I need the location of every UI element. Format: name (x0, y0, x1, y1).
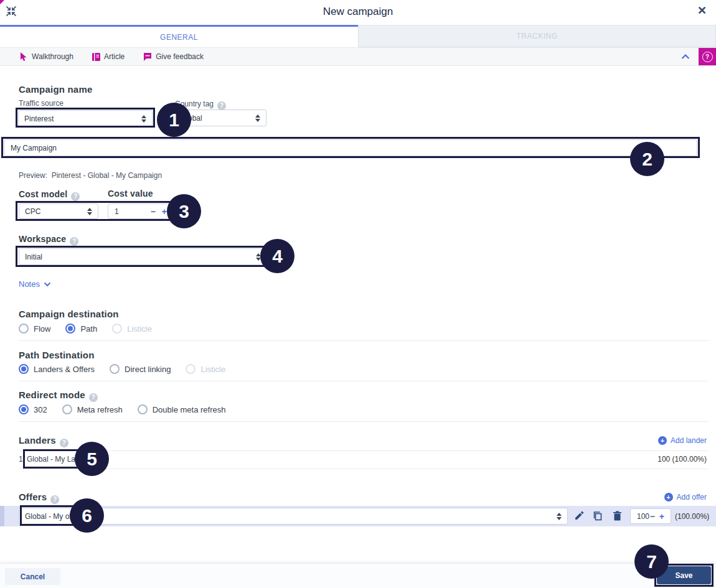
radio-302[interactable]: 302 (19, 404, 47, 414)
radio-path[interactable]: Path (65, 324, 97, 334)
delete-offer-icon[interactable] (613, 511, 622, 521)
traffic-source-select[interactable]: Pinterest (18, 110, 153, 127)
preview-text: Preview: Pinterest - Global - My Campaig… (19, 171, 162, 180)
radio-meta-refresh[interactable]: Meta refresh (62, 404, 123, 414)
redirect-mode-heading: Redirect mode (19, 390, 85, 400)
help-button[interactable]: ? (699, 48, 716, 65)
cancel-button[interactable]: Cancel (5, 568, 60, 585)
offer-weight-input[interactable]: 100 − + (630, 508, 671, 524)
step-badge-4: 4 (260, 239, 294, 273)
campaign-destination-radios: Flow Path Listicle (19, 324, 167, 334)
landers-heading-wrap: Landers (19, 435, 68, 447)
country-tag-help-icon[interactable] (217, 101, 226, 110)
new-campaign-dialog: New campaign ✕ GENERAL TRACKING Walkthro… (0, 0, 716, 588)
traffic-source-label: Traffic source (19, 99, 64, 108)
select-arrows-icon (557, 513, 562, 520)
radio-listicle-path: Listicle (186, 364, 225, 374)
campaign-name-input[interactable]: My Campaign (4, 139, 697, 156)
walkthrough-label: Walkthrough (32, 52, 73, 61)
offers-help-icon[interactable] (50, 495, 59, 504)
notes-toggle[interactable]: Notes (19, 279, 51, 289)
decrement-icon[interactable]: − (151, 207, 156, 217)
increment-icon[interactable]: + (659, 511, 664, 521)
walkthrough-button[interactable]: Walkthrough (20, 52, 73, 62)
cost-value-input[interactable]: 1 − + (108, 203, 174, 219)
workspace-heading: Workspace (19, 234, 66, 244)
divider (19, 469, 709, 469)
give-feedback-button[interactable]: Give feedback (143, 52, 204, 61)
close-icon[interactable]: ✕ (697, 4, 707, 17)
offer-share-text: (100.00%) (675, 512, 709, 521)
tab-tracking[interactable]: TRACKING (358, 25, 716, 47)
workspace-value: Initial (25, 253, 42, 261)
path-destination-heading: Path Destination (19, 350, 95, 360)
radio-listicle-path-label: Listicle (200, 365, 225, 374)
cost-model-help-icon[interactable] (71, 192, 80, 201)
redirect-mode-help-icon[interactable] (89, 393, 98, 402)
add-offer-label: Add offer (677, 493, 707, 502)
duplicate-offer-icon[interactable] (593, 511, 603, 521)
offer-row-drag-handle[interactable] (0, 506, 4, 526)
radio-listicle-label: Listicle (127, 324, 152, 334)
campaign-name-value: My Campaign (11, 144, 57, 152)
workspace-select[interactable]: Initial (19, 248, 267, 265)
tab-general[interactable]: GENERAL (0, 25, 358, 47)
lander-row-index: 1. (19, 455, 25, 464)
decrement-icon[interactable]: − (650, 511, 655, 521)
article-button[interactable]: Article (92, 52, 125, 61)
radio-path-label: Path (80, 324, 97, 334)
add-offer-button[interactable]: Add offer (664, 493, 707, 502)
add-lander-label: Add lander (671, 436, 707, 445)
divider (19, 450, 709, 451)
chevron-down-icon (44, 282, 51, 287)
radio-circle-icon (19, 404, 29, 414)
step-badge-1: 1 (157, 103, 191, 137)
redirect-mode-radios: 302 Meta refresh Double meta refresh (19, 404, 240, 414)
traffic-source-value: Pinterest (24, 114, 54, 123)
radio-direct-linking[interactable]: Direct linking (110, 364, 171, 374)
step-badge-3: 3 (167, 194, 201, 228)
cost-model-select[interactable]: CPC (19, 203, 98, 219)
select-arrows-icon (141, 115, 146, 123)
add-lander-button[interactable]: Add lander (658, 436, 707, 445)
radio-double-meta-refresh[interactable]: Double meta refresh (138, 404, 226, 414)
workspace-help-icon[interactable] (70, 237, 78, 246)
redirect-mode-heading-wrap: Redirect mode (19, 390, 98, 402)
radio-flow[interactable]: Flow (19, 324, 50, 334)
divider (19, 340, 709, 341)
radio-circle-icon (19, 364, 29, 374)
landers-heading: Landers (19, 435, 56, 446)
page-title: New campaign (0, 6, 716, 18)
cost-model-value: CPC (25, 207, 40, 216)
step-badge-6: 6 (70, 498, 104, 533)
landers-help-icon[interactable] (60, 439, 68, 447)
tab-strip: GENERAL TRACKING (0, 25, 716, 47)
radio-meta-refresh-label: Meta refresh (77, 405, 123, 414)
radio-listicle: Listicle (112, 324, 152, 334)
cursor-pointer-icon (20, 52, 28, 62)
edit-offer-icon[interactable] (574, 511, 584, 521)
divider (19, 381, 709, 381)
collapse-toolbar-icon[interactable] (681, 54, 690, 60)
radio-circle-icon (110, 364, 120, 374)
article-label: Article (104, 52, 125, 61)
offer-row: Global - My offer 100 (0, 506, 716, 526)
radio-flow-label: Flow (34, 324, 50, 334)
dialog-header: New campaign ✕ (0, 0, 716, 25)
offers-heading-wrap: Offers (19, 492, 59, 504)
path-destination-radios: Landers & Offers Direct linking Listicle (19, 364, 240, 374)
step-badge-5: 5 (75, 442, 109, 476)
radio-landers-offers[interactable]: Landers & Offers (19, 364, 95, 374)
divider (19, 421, 709, 422)
radio-circle-icon (112, 324, 122, 334)
help-toolbar: Walkthrough Article Give feedback (0, 47, 716, 66)
dialog-footer: Cancel (0, 563, 716, 588)
plus-circle-icon (664, 493, 673, 502)
notes-label: Notes (19, 279, 40, 289)
preview-label: Preview: (19, 171, 47, 180)
radio-direct-linking-label: Direct linking (125, 365, 171, 374)
increment-icon[interactable]: + (162, 207, 167, 217)
feedback-bubble-icon (143, 53, 152, 61)
radio-circle-icon (138, 404, 148, 414)
cost-value: 1 (115, 207, 119, 216)
